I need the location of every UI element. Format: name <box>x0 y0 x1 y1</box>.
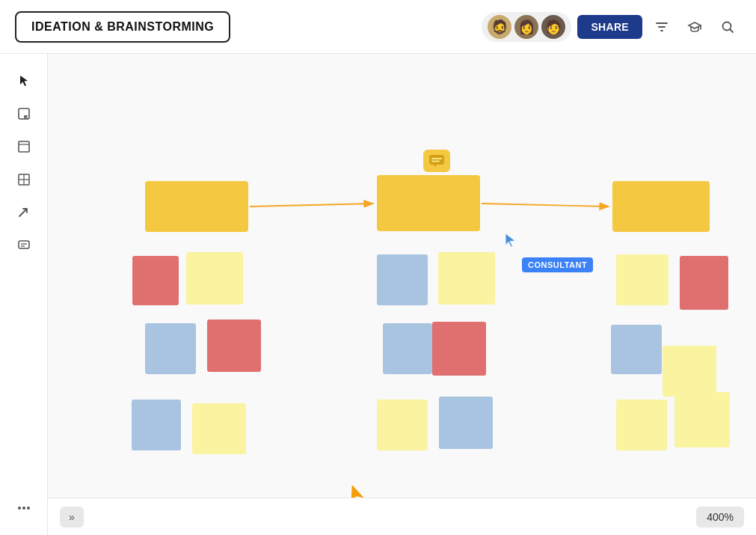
svg-rect-3 <box>19 141 29 152</box>
sticky-note[interactable] <box>438 252 495 305</box>
sticky-note[interactable] <box>132 256 179 305</box>
header: IDEATION & BRAINSTORMING 🧔 👩 🧑 SHARE <box>0 0 756 54</box>
sticky-note[interactable] <box>674 392 730 447</box>
svg-rect-2 <box>19 108 29 119</box>
more-tools-button[interactable] <box>9 493 39 523</box>
avatar-3: 🧑 <box>541 15 565 39</box>
more-icon <box>17 506 31 510</box>
svg-line-15 <box>250 204 373 207</box>
sticky-note[interactable] <box>432 322 486 376</box>
sticky-note[interactable] <box>186 252 243 305</box>
sticky-note[interactable] <box>680 256 728 310</box>
sticky-note[interactable] <box>439 397 493 449</box>
note-icon <box>17 107 31 120</box>
filter-icon <box>654 19 669 34</box>
sticky-note[interactable] <box>383 323 432 374</box>
filter-button[interactable] <box>648 13 675 40</box>
expand-button[interactable]: » <box>60 507 84 528</box>
chat-icon <box>423 150 450 172</box>
svg-rect-17 <box>429 155 444 165</box>
comment-tool[interactable] <box>9 230 39 260</box>
cursor-icon <box>17 74 31 88</box>
table-tool[interactable] <box>9 165 39 195</box>
canvas-area[interactable]: CONSULTANT MANAGER » 400% <box>48 54 756 535</box>
svg-point-11 <box>18 507 21 510</box>
sticky-note[interactable] <box>145 323 196 374</box>
share-button[interactable]: SHARE <box>577 15 642 39</box>
page-title: IDEATION & BRAINSTORMING <box>15 11 230 43</box>
sticky-note[interactable] <box>132 400 181 450</box>
svg-line-16 <box>482 204 609 207</box>
flow-box-1[interactable] <box>145 181 248 232</box>
svg-rect-8 <box>19 241 29 248</box>
sticky-note[interactable] <box>377 254 428 305</box>
arrow-tool[interactable] <box>9 198 39 227</box>
frame-icon <box>17 140 31 153</box>
bottom-bar: » 400% <box>48 498 756 535</box>
avatar-1: 🧔 <box>488 15 511 39</box>
cap-icon <box>687 19 702 34</box>
main-area: CONSULTANT MANAGER » 400% <box>0 54 756 535</box>
sticky-note[interactable] <box>616 254 669 305</box>
svg-point-1 <box>723 22 731 30</box>
zoom-level: 400% <box>696 507 744 528</box>
learn-button[interactable] <box>681 13 708 40</box>
table-icon <box>17 173 31 186</box>
search-icon <box>720 19 735 34</box>
svg-point-13 <box>27 507 30 510</box>
flow-box-3[interactable] <box>612 181 710 232</box>
select-tool[interactable] <box>9 66 39 96</box>
sticky-note-tool[interactable] <box>9 99 39 129</box>
left-toolbar <box>0 54 48 535</box>
sticky-note[interactable] <box>377 400 428 450</box>
sticky-note[interactable] <box>192 403 246 454</box>
flow-box-2[interactable] <box>377 175 480 231</box>
comment-icon <box>17 239 31 252</box>
sticky-note[interactable] <box>207 320 261 372</box>
header-controls: 🧔 👩 🧑 SHARE <box>482 12 741 42</box>
sticky-note[interactable] <box>663 346 716 397</box>
consultant-label: CONSULTANT <box>522 257 593 272</box>
avatar-2: 👩 <box>514 15 538 39</box>
search-button[interactable] <box>714 13 741 40</box>
arrow-icon <box>17 206 31 219</box>
avatar-group: 🧔 👩 🧑 <box>482 12 571 42</box>
frame-tool[interactable] <box>9 132 39 162</box>
cursor-1 <box>503 232 520 250</box>
sticky-note[interactable] <box>616 400 667 450</box>
sticky-note[interactable] <box>611 325 662 374</box>
svg-point-12 <box>22 507 25 510</box>
